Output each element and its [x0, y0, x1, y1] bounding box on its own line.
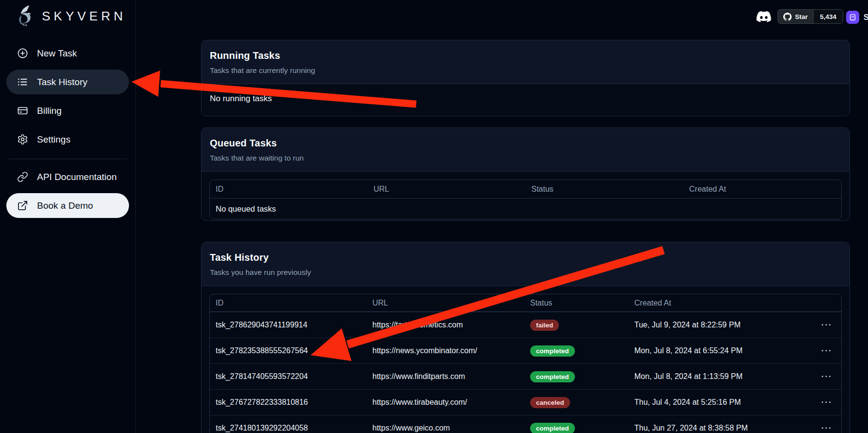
- queued-tasks-empty-state: No queued tasks: [210, 198, 841, 219]
- task-url-cell: https://www.geico.com: [367, 424, 524, 433]
- queued-tasks-table: ID URL Status Created At No queued tasks: [209, 180, 842, 219]
- github-star-label: Star: [795, 13, 808, 20]
- sidebar-item-label: Task History: [37, 77, 87, 88]
- sidebar-item-label: Billing: [37, 106, 62, 116]
- sidebar-item-book-a-demo[interactable]: Book a Demo: [6, 193, 129, 218]
- column-header-url: URL: [367, 299, 524, 307]
- column-header-url: URL: [368, 185, 525, 194]
- sidebar-item-task-history[interactable]: Task History: [6, 70, 129, 94]
- created-at-cell: Mon, Jul 8, 2024 at 6:55:24 PM: [628, 346, 799, 355]
- link-icon: [17, 171, 28, 182]
- task-history-header: Task History Tasks you have run previous…: [202, 242, 850, 286]
- row-actions-button[interactable]: ···: [821, 320, 832, 330]
- queued-tasks-card: Queued Tasks Tasks that are waiting to r…: [201, 127, 850, 221]
- sidebar-item-label: API Documentation: [37, 172, 117, 182]
- running-tasks-empty-state: No running tasks: [202, 84, 850, 113]
- running-tasks-card: Running Tasks Tasks that are currently r…: [201, 40, 850, 116]
- row-actions-button[interactable]: ···: [821, 372, 832, 381]
- column-header-id: ID: [210, 185, 368, 194]
- status-badge: completed: [530, 371, 575, 382]
- column-header-id: ID: [210, 299, 367, 307]
- task-url-cell: https://www.tirabeauty.com/: [367, 398, 524, 407]
- card-subtitle: Tasks that are waiting to run: [210, 154, 841, 162]
- row-actions-button[interactable]: ···: [821, 423, 832, 433]
- table-row[interactable]: tsk_278235388555267564 https://news.ycom…: [210, 338, 841, 363]
- card-subtitle: Tasks that are currently running: [210, 66, 841, 75]
- running-tasks-header: Running Tasks Tasks that are currently r…: [202, 40, 850, 84]
- secondary-nav: API Documentation Book a Demo: [6, 164, 129, 218]
- task-history-card: Task History Tasks you have run previous…: [201, 242, 850, 433]
- sidebar-item-settings[interactable]: Settings: [6, 127, 129, 152]
- task-url-cell: https://news.ycombinator.com/: [367, 346, 524, 355]
- sidebar-item-label: New Task: [37, 48, 77, 59]
- status-badge: failed: [530, 320, 559, 331]
- credit-card-icon: [17, 105, 28, 116]
- table-header-row: ID URL Status Created At: [210, 180, 841, 198]
- task-history-table: ID URL Status Created At tsk_27862904374…: [209, 294, 842, 433]
- discord-button[interactable]: [756, 8, 772, 25]
- status-badge: canceled: [530, 397, 570, 408]
- row-actions-button[interactable]: ···: [821, 346, 832, 356]
- primary-nav: New Task Task History Billing Settings: [6, 41, 129, 152]
- card-title: Running Tasks: [210, 50, 841, 61]
- table-row[interactable]: tsk_276727822333810816 https://www.tirab…: [210, 389, 841, 415]
- created-at-cell: Mon, Jul 8, 2024 at 1:13:59 PM: [628, 372, 799, 381]
- table-row[interactable]: tsk_278147405593572204 https://www.findi…: [210, 363, 841, 389]
- user-avatar[interactable]: [846, 11, 859, 24]
- brand-logo[interactable]: SKYVERN: [13, 4, 126, 28]
- skyvern-app: { "brand": { "name": "SKYVERN" }, "sideb…: [0, 0, 868, 433]
- created-at-cell: Tue, Jul 9, 2024 at 8:22:59 PM: [628, 321, 799, 329]
- created-at-cell: Thu, Jun 27, 2024 at 8:38:58 PM: [628, 424, 799, 433]
- sidebar-divider: [8, 159, 127, 159]
- task-url-cell: https://www.finditparts.com: [367, 372, 524, 381]
- task-id-cell: tsk_276727822333810816: [210, 398, 367, 407]
- github-star-widget[interactable]: Star 5,434: [777, 9, 843, 24]
- brand-name: SKYVERN: [42, 9, 126, 24]
- table-row[interactable]: tsk_274180139292204058 https://www.geico…: [210, 415, 841, 433]
- plus-circle-icon: [17, 48, 28, 59]
- column-header-status: Status: [524, 299, 628, 307]
- card-subtitle: Tasks you have run previously: [210, 268, 841, 277]
- user-name-text: S: [864, 13, 868, 22]
- sidebar-item-new-task[interactable]: New Task: [6, 41, 129, 66]
- status-badge: completed: [530, 423, 575, 433]
- task-id-cell: tsk_278629043741199914: [210, 321, 367, 329]
- card-title: Task History: [210, 252, 841, 263]
- column-header-created-at: Created At: [683, 185, 841, 194]
- gear-icon: [17, 134, 28, 145]
- github-icon: [783, 13, 792, 21]
- created-at-cell: Thu, Jul 4, 2024 at 5:25:16 PM: [628, 398, 799, 407]
- avatar-glyph-icon: [849, 13, 857, 21]
- list-icon: [17, 76, 28, 88]
- task-id-cell: tsk_278147405593572204: [210, 372, 367, 381]
- sidebar-item-label: Book a Demo: [37, 200, 93, 211]
- table-row[interactable]: tsk_278629043741199914 https://tartecosm…: [210, 312, 841, 338]
- column-header-status: Status: [526, 185, 683, 194]
- dragon-logo-icon: [13, 4, 37, 28]
- status-badge: completed: [530, 345, 575, 357]
- sidebar: SKYVERN New Task Task History Billing: [0, 0, 136, 433]
- task-url-cell: https://tartecosmetics.com: [367, 321, 524, 329]
- sidebar-item-api-documentation[interactable]: API Documentation: [6, 164, 129, 189]
- card-title: Queued Tasks: [210, 138, 841, 149]
- task-id-cell: tsk_274180139292204058: [210, 424, 367, 433]
- github-star-button[interactable]: Star: [778, 10, 813, 23]
- column-header-created-at: Created At: [628, 299, 799, 307]
- table-header-row: ID URL Status Created At: [210, 294, 841, 312]
- sidebar-item-label: Settings: [37, 134, 71, 145]
- task-id-cell: tsk_278235388555267564: [210, 346, 367, 355]
- queued-tasks-header: Queued Tasks Tasks that are waiting to r…: [202, 128, 850, 172]
- external-link-icon: [17, 200, 28, 211]
- row-actions-button[interactable]: ···: [821, 397, 832, 407]
- sidebar-item-billing[interactable]: Billing: [6, 98, 129, 123]
- github-star-count[interactable]: 5,434: [813, 10, 843, 23]
- discord-icon: [757, 11, 771, 22]
